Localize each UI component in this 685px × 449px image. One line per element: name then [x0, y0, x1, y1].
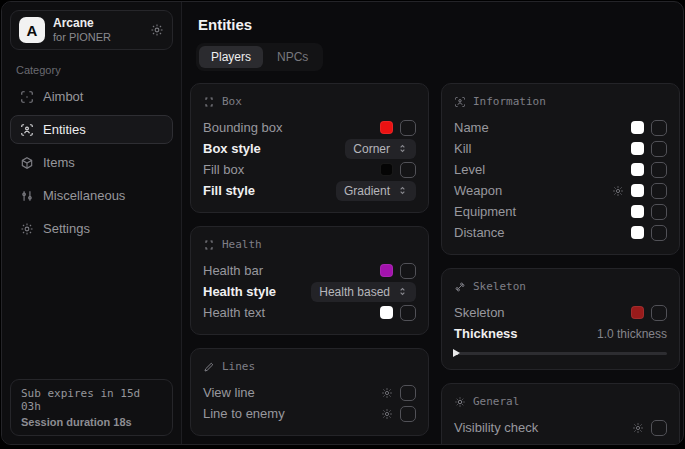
level-checkbox[interactable] — [651, 162, 667, 178]
name-checkbox[interactable] — [651, 120, 667, 136]
sliders-icon — [20, 189, 34, 203]
line-to-enemy-row: Line to enemy — [203, 403, 416, 424]
bounding-box-checkbox[interactable] — [400, 120, 416, 136]
row-label: Skeleton — [454, 305, 505, 320]
thickness-value: 1.0 thickness — [597, 327, 667, 341]
sidebar-item-label: Settings — [43, 221, 90, 236]
weapon-row: Weapon — [454, 180, 667, 201]
sidebar-item-aimbot[interactable]: Aimbot — [10, 82, 173, 111]
distance-color-swatch[interactable] — [631, 226, 644, 239]
app-title: Arcane — [53, 17, 142, 31]
lines-card-header: Lines — [203, 360, 416, 373]
box-card: Box Bounding box Box style — [190, 83, 429, 213]
fill-box-color-swatch[interactable] — [380, 163, 393, 176]
kill-checkbox[interactable] — [651, 141, 667, 157]
sidebar-item-miscellaneous[interactable]: Miscellaneous — [10, 181, 173, 210]
app-logo: A — [19, 17, 45, 43]
bone-icon — [454, 281, 466, 293]
information-card-header: Information — [454, 95, 667, 108]
bounding-box-row: Bounding box — [203, 117, 416, 138]
right-column: Information Name Kill — [441, 83, 680, 445]
name-color-swatch[interactable] — [631, 121, 644, 134]
row-settings-icon[interactable] — [612, 185, 624, 197]
fill-style-select[interactable]: Gradient — [336, 181, 416, 201]
equipment-color-swatch[interactable] — [631, 205, 644, 218]
left-column: Box Bounding box Box style — [190, 83, 429, 445]
row-label: Health text — [203, 305, 265, 320]
row-label: Line to enemy — [203, 406, 285, 421]
tab-npcs[interactable]: NPCs — [265, 46, 320, 68]
row-settings-icon[interactable] — [381, 408, 393, 420]
equipment-row: Equipment — [454, 201, 667, 222]
crosshair-icon — [20, 90, 34, 104]
box-card-header: Box — [203, 95, 416, 108]
package-icon — [20, 156, 34, 170]
skeleton-color-swatch[interactable] — [631, 306, 644, 319]
header-settings-icon[interactable] — [150, 23, 164, 37]
sidebar-item-settings[interactable]: Settings — [10, 214, 173, 243]
health-bar-checkbox[interactable] — [400, 263, 416, 279]
weapon-checkbox[interactable] — [651, 183, 667, 199]
brackets-icon — [203, 96, 215, 108]
health-text-checkbox[interactable] — [400, 305, 416, 321]
row-label: Max distance — [454, 441, 536, 445]
health-card: Health Health bar Health style — [190, 226, 429, 335]
subscription-info-card: Sub expires in 15d 03h Session duration … — [10, 379, 173, 436]
entities-scan-icon — [20, 123, 34, 137]
visibility-check-checkbox[interactable] — [651, 420, 667, 436]
row-label: View line — [203, 385, 255, 400]
session-duration-text: Session duration 18s — [21, 416, 162, 428]
skeleton-card: Skeleton Skeleton Thickness 1.0 t — [441, 268, 680, 370]
card-title: Lines — [222, 360, 255, 373]
row-settings-icon[interactable] — [632, 422, 644, 434]
bounding-box-color-swatch[interactable] — [380, 121, 393, 134]
sidebar-item-label: Items — [43, 155, 75, 170]
skeleton-checkbox[interactable] — [651, 305, 667, 321]
slider-track — [454, 352, 667, 355]
row-label: Thickness — [454, 326, 518, 341]
row-label: Health bar — [203, 263, 263, 278]
sidebar: A Arcane for PIONER Category — [2, 2, 182, 444]
sidebar-item-label: Miscellaneous — [43, 188, 125, 203]
row-settings-icon[interactable] — [381, 387, 393, 399]
row-label: Box style — [203, 141, 261, 156]
sidebar-item-label: Entities — [43, 122, 86, 137]
row-label: Kill — [454, 141, 471, 156]
category-label: Category — [16, 64, 173, 76]
skeleton-row: Skeleton — [454, 302, 667, 323]
health-card-header: Health — [203, 238, 416, 251]
app-subtitle: for PIONER — [53, 31, 142, 44]
weapon-color-swatch[interactable] — [631, 184, 644, 197]
thickness-slider[interactable] — [454, 348, 667, 358]
main-panel: Entities Players NPCs Box — [182, 2, 684, 444]
general-card-header: General — [454, 395, 667, 408]
view-line-checkbox[interactable] — [400, 385, 416, 401]
line-to-enemy-checkbox[interactable] — [400, 406, 416, 422]
box-style-select[interactable]: Corner — [345, 139, 416, 159]
entity-type-tabs: Players NPCs — [196, 43, 323, 71]
chevron-updown-icon — [397, 143, 408, 154]
slider-handle[interactable] — [453, 349, 460, 357]
max-distance-row: Max distance 500m — [454, 438, 667, 445]
lines-card: Lines View line — [190, 348, 429, 436]
brand-text: Arcane for PIONER — [53, 17, 142, 43]
fill-box-checkbox[interactable] — [400, 162, 416, 178]
select-value: Gradient — [344, 184, 390, 198]
distance-row: Distance — [454, 222, 667, 243]
distance-checkbox[interactable] — [651, 225, 667, 241]
equipment-checkbox[interactable] — [651, 204, 667, 220]
health-bar-color-swatch[interactable] — [380, 264, 393, 277]
tab-players[interactable]: Players — [199, 46, 263, 68]
sidebar-item-entities[interactable]: Entities — [10, 115, 173, 144]
health-text-row: Health text — [203, 302, 416, 323]
sidebar-item-items[interactable]: Items — [10, 148, 173, 177]
select-value: Corner — [353, 142, 390, 156]
level-color-swatch[interactable] — [631, 163, 644, 176]
kill-color-swatch[interactable] — [631, 142, 644, 155]
health-style-select[interactable]: Health based — [311, 282, 416, 302]
general-card: General Visibility check — [441, 383, 680, 445]
health-text-color-swatch[interactable] — [380, 306, 393, 319]
visibility-check-row: Visibility check — [454, 417, 667, 438]
row-label: Weapon — [454, 183, 502, 198]
page-title: Entities — [198, 16, 680, 33]
